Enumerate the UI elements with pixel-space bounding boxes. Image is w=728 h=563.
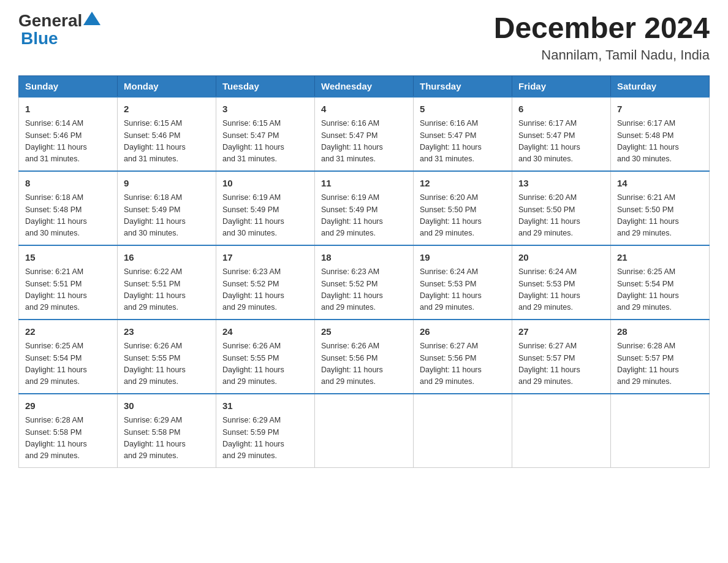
calendar-cell: 23Sunrise: 6:26 AMSunset: 5:55 PMDayligh… bbox=[118, 320, 216, 394]
day-number: 3 bbox=[222, 102, 308, 117]
day-number: 28 bbox=[617, 325, 703, 339]
calendar-title: December 2024 bbox=[494, 12, 710, 45]
day-info: Sunrise: 6:15 AMSunset: 5:47 PMDaylight:… bbox=[222, 118, 308, 166]
calendar-cell: 16Sunrise: 6:22 AMSunset: 5:51 PMDayligh… bbox=[118, 245, 216, 320]
day-number: 20 bbox=[518, 251, 604, 265]
day-info: Sunrise: 6:17 AMSunset: 5:47 PMDaylight:… bbox=[518, 118, 604, 166]
logo-blue: Blue bbox=[18, 29, 100, 48]
logo-general: General bbox=[18, 12, 82, 29]
calendar-cell: 10Sunrise: 6:19 AMSunset: 5:49 PMDayligh… bbox=[216, 171, 315, 245]
header: General Blue December 2024 Nannilam, Tam… bbox=[18, 12, 710, 63]
day-info: Sunrise: 6:23 AMSunset: 5:52 PMDaylight:… bbox=[321, 266, 407, 314]
day-number: 12 bbox=[420, 177, 506, 191]
day-number: 22 bbox=[25, 325, 111, 339]
calendar-cell: 11Sunrise: 6:19 AMSunset: 5:49 PMDayligh… bbox=[315, 171, 414, 245]
calendar-cell: 4Sunrise: 6:16 AMSunset: 5:47 PMDaylight… bbox=[315, 97, 414, 171]
day-number: 21 bbox=[617, 251, 703, 265]
day-number: 24 bbox=[222, 325, 308, 339]
day-info: Sunrise: 6:18 AMSunset: 5:49 PMDaylight:… bbox=[124, 192, 210, 240]
calendar-cell: 29Sunrise: 6:28 AMSunset: 5:58 PMDayligh… bbox=[19, 394, 118, 468]
day-info: Sunrise: 6:26 AMSunset: 5:55 PMDaylight:… bbox=[124, 340, 210, 388]
calendar-cell: 13Sunrise: 6:20 AMSunset: 5:50 PMDayligh… bbox=[512, 171, 611, 245]
day-number: 18 bbox=[321, 251, 407, 265]
calendar-cell: 15Sunrise: 6:21 AMSunset: 5:51 PMDayligh… bbox=[19, 245, 118, 320]
day-info: Sunrise: 6:19 AMSunset: 5:49 PMDaylight:… bbox=[321, 192, 407, 240]
calendar-cell bbox=[315, 394, 414, 468]
day-number: 13 bbox=[518, 177, 604, 191]
col-header-wednesday: Wednesday bbox=[315, 75, 414, 97]
day-number: 30 bbox=[124, 399, 210, 413]
day-info: Sunrise: 6:16 AMSunset: 5:47 PMDaylight:… bbox=[321, 118, 407, 166]
calendar-cell: 26Sunrise: 6:27 AMSunset: 5:56 PMDayligh… bbox=[414, 320, 512, 394]
title-area: December 2024 Nannilam, Tamil Nadu, Indi… bbox=[494, 12, 710, 63]
day-info: Sunrise: 6:17 AMSunset: 5:48 PMDaylight:… bbox=[617, 118, 703, 166]
day-info: Sunrise: 6:20 AMSunset: 5:50 PMDaylight:… bbox=[518, 192, 604, 240]
calendar-cell bbox=[611, 394, 710, 468]
calendar-cell: 3Sunrise: 6:15 AMSunset: 5:47 PMDaylight… bbox=[216, 97, 315, 171]
calendar-cell: 22Sunrise: 6:25 AMSunset: 5:54 PMDayligh… bbox=[19, 320, 118, 394]
day-number: 14 bbox=[617, 177, 703, 191]
calendar-cell: 30Sunrise: 6:29 AMSunset: 5:58 PMDayligh… bbox=[118, 394, 216, 468]
day-info: Sunrise: 6:24 AMSunset: 5:53 PMDaylight:… bbox=[518, 266, 604, 314]
day-info: Sunrise: 6:24 AMSunset: 5:53 PMDaylight:… bbox=[420, 266, 506, 314]
day-number: 19 bbox=[420, 251, 506, 265]
calendar-cell: 31Sunrise: 6:29 AMSunset: 5:59 PMDayligh… bbox=[216, 394, 315, 468]
day-info: Sunrise: 6:16 AMSunset: 5:47 PMDaylight:… bbox=[420, 118, 506, 166]
day-number: 15 bbox=[25, 251, 111, 265]
calendar-cell: 27Sunrise: 6:27 AMSunset: 5:57 PMDayligh… bbox=[512, 320, 611, 394]
calendar-cell: 21Sunrise: 6:25 AMSunset: 5:54 PMDayligh… bbox=[611, 245, 710, 320]
day-info: Sunrise: 6:14 AMSunset: 5:46 PMDaylight:… bbox=[25, 118, 111, 166]
col-header-sunday: Sunday bbox=[19, 75, 118, 97]
day-number: 8 bbox=[25, 177, 111, 191]
day-number: 9 bbox=[124, 177, 210, 191]
calendar-cell: 1Sunrise: 6:14 AMSunset: 5:46 PMDaylight… bbox=[19, 97, 118, 171]
col-header-friday: Friday bbox=[512, 75, 611, 97]
day-info: Sunrise: 6:28 AMSunset: 5:57 PMDaylight:… bbox=[617, 340, 703, 388]
day-number: 1 bbox=[25, 102, 111, 117]
calendar-cell: 5Sunrise: 6:16 AMSunset: 5:47 PMDaylight… bbox=[414, 97, 512, 171]
day-info: Sunrise: 6:21 AMSunset: 5:51 PMDaylight:… bbox=[25, 266, 111, 314]
col-header-monday: Monday bbox=[118, 75, 216, 97]
day-info: Sunrise: 6:18 AMSunset: 5:48 PMDaylight:… bbox=[25, 192, 111, 240]
day-number: 4 bbox=[321, 102, 407, 117]
day-number: 7 bbox=[617, 102, 703, 117]
day-info: Sunrise: 6:27 AMSunset: 5:56 PMDaylight:… bbox=[420, 340, 506, 388]
day-info: Sunrise: 6:22 AMSunset: 5:51 PMDaylight:… bbox=[124, 266, 210, 314]
day-number: 17 bbox=[222, 251, 308, 265]
week-row-2: 8Sunrise: 6:18 AMSunset: 5:48 PMDaylight… bbox=[19, 171, 710, 245]
calendar-table: SundayMondayTuesdayWednesdayThursdayFrid… bbox=[18, 75, 710, 468]
calendar-cell: 28Sunrise: 6:28 AMSunset: 5:57 PMDayligh… bbox=[611, 320, 710, 394]
calendar-cell: 14Sunrise: 6:21 AMSunset: 5:50 PMDayligh… bbox=[611, 171, 710, 245]
week-row-5: 29Sunrise: 6:28 AMSunset: 5:58 PMDayligh… bbox=[19, 394, 710, 468]
calendar-subtitle: Nannilam, Tamil Nadu, India bbox=[494, 47, 710, 63]
day-info: Sunrise: 6:26 AMSunset: 5:55 PMDaylight:… bbox=[222, 340, 308, 388]
day-info: Sunrise: 6:21 AMSunset: 5:50 PMDaylight:… bbox=[617, 192, 703, 240]
day-info: Sunrise: 6:29 AMSunset: 5:58 PMDaylight:… bbox=[124, 415, 210, 462]
day-info: Sunrise: 6:15 AMSunset: 5:46 PMDaylight:… bbox=[124, 118, 210, 166]
calendar-cell: 12Sunrise: 6:20 AMSunset: 5:50 PMDayligh… bbox=[414, 171, 512, 245]
day-number: 11 bbox=[321, 177, 407, 191]
calendar-cell: 7Sunrise: 6:17 AMSunset: 5:48 PMDaylight… bbox=[611, 97, 710, 171]
calendar-cell: 6Sunrise: 6:17 AMSunset: 5:47 PMDaylight… bbox=[512, 97, 611, 171]
col-header-thursday: Thursday bbox=[414, 75, 512, 97]
col-header-saturday: Saturday bbox=[611, 75, 710, 97]
calendar-cell bbox=[414, 394, 512, 468]
day-info: Sunrise: 6:29 AMSunset: 5:59 PMDaylight:… bbox=[222, 415, 308, 462]
calendar-cell: 24Sunrise: 6:26 AMSunset: 5:55 PMDayligh… bbox=[216, 320, 315, 394]
day-number: 23 bbox=[124, 325, 210, 339]
day-number: 5 bbox=[420, 102, 506, 117]
calendar-cell: 17Sunrise: 6:23 AMSunset: 5:52 PMDayligh… bbox=[216, 245, 315, 320]
day-info: Sunrise: 6:19 AMSunset: 5:49 PMDaylight:… bbox=[222, 192, 308, 240]
week-row-4: 22Sunrise: 6:25 AMSunset: 5:54 PMDayligh… bbox=[19, 320, 710, 394]
calendar-cell bbox=[512, 394, 611, 468]
day-info: Sunrise: 6:27 AMSunset: 5:57 PMDaylight:… bbox=[518, 340, 604, 388]
day-number: 31 bbox=[222, 399, 308, 413]
calendar-cell: 8Sunrise: 6:18 AMSunset: 5:48 PMDaylight… bbox=[19, 171, 118, 245]
calendar-cell: 2Sunrise: 6:15 AMSunset: 5:46 PMDaylight… bbox=[118, 97, 216, 171]
col-header-tuesday: Tuesday bbox=[216, 75, 315, 97]
day-number: 16 bbox=[124, 251, 210, 265]
day-number: 2 bbox=[124, 102, 210, 117]
day-number: 10 bbox=[222, 177, 308, 191]
calendar-cell: 18Sunrise: 6:23 AMSunset: 5:52 PMDayligh… bbox=[315, 245, 414, 320]
calendar-cell: 20Sunrise: 6:24 AMSunset: 5:53 PMDayligh… bbox=[512, 245, 611, 320]
